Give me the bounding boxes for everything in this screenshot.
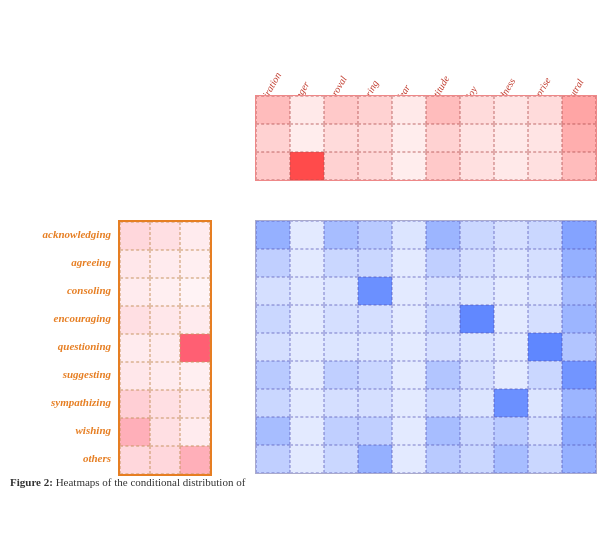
- blue-cell: [392, 221, 426, 249]
- main-container: admirationangerapprovalcaringfeargratitu…: [0, 0, 608, 544]
- da-col: [120, 222, 150, 474]
- blue-cell: [324, 277, 358, 305]
- blue-cell: [426, 333, 460, 361]
- blue-cell: [494, 445, 528, 473]
- blue-cell: [528, 445, 562, 473]
- col-header-joy: joy: [459, 5, 493, 95]
- em-cell: [426, 124, 460, 152]
- blue-cell: [426, 361, 460, 389]
- blue-cell: [392, 417, 426, 445]
- blue-cell: [324, 305, 358, 333]
- row-label-questioning: questioning: [0, 332, 115, 360]
- em-heatmap-row: [256, 96, 596, 124]
- da-cell: [150, 418, 180, 446]
- da-cell: [150, 306, 180, 334]
- em-cell: [494, 124, 528, 152]
- blue-cell: [290, 389, 324, 417]
- blue-cell: [392, 389, 426, 417]
- da-matrix: [118, 220, 212, 476]
- blue-cell: [290, 277, 324, 305]
- blue-cell: [528, 221, 562, 249]
- da-cell: [150, 278, 180, 306]
- blue-cell: [426, 221, 460, 249]
- blue-cell: [256, 417, 290, 445]
- da-cell: [120, 362, 150, 390]
- da-cell: [150, 362, 180, 390]
- row-label-suggesting: suggesting: [0, 360, 115, 388]
- blue-cell: [562, 445, 596, 473]
- row-label-acknowledging: acknowledging: [0, 220, 115, 248]
- blue-cell: [460, 333, 494, 361]
- da-cell: [180, 222, 210, 250]
- em-cell: [358, 152, 392, 180]
- blue-cell: [494, 249, 528, 277]
- blue-cell: [358, 249, 392, 277]
- blue-cell: [324, 333, 358, 361]
- blue-cell: [494, 389, 528, 417]
- blue-cell: [426, 277, 460, 305]
- da-cell: [120, 334, 150, 362]
- blue-cell: [460, 221, 494, 249]
- em-heatmap: [255, 95, 597, 181]
- blue-cell: [358, 417, 392, 445]
- blue-cell: [256, 249, 290, 277]
- blue-cell: [562, 221, 596, 249]
- blue-heatmap: [255, 220, 597, 474]
- blue-cell: [426, 445, 460, 473]
- em-cell: [290, 124, 324, 152]
- em-cell: [392, 124, 426, 152]
- blue-cell: [324, 445, 358, 473]
- em-cell: [528, 96, 562, 124]
- em-heatmap-row: [256, 124, 596, 152]
- em-cell: [256, 152, 290, 180]
- blue-heatmap-row: [256, 361, 596, 389]
- blue-cell: [256, 389, 290, 417]
- blue-cell: [358, 389, 392, 417]
- blue-cell: [290, 333, 324, 361]
- blue-cell: [528, 417, 562, 445]
- row-label-others: others: [0, 444, 115, 472]
- blue-heatmap-row: [256, 221, 596, 249]
- em-cell: [392, 96, 426, 124]
- blue-cell: [290, 417, 324, 445]
- da-cell: [180, 362, 210, 390]
- da-cell: [150, 250, 180, 278]
- da-cell: [180, 390, 210, 418]
- blue-cell: [290, 445, 324, 473]
- em-cell: [528, 124, 562, 152]
- em-cell: [256, 124, 290, 152]
- blue-cell: [290, 221, 324, 249]
- caption: Figure 2: Heatmaps of the conditional di…: [0, 476, 608, 488]
- em-cell: [392, 152, 426, 180]
- col-header-neutral: neutral: [561, 5, 595, 95]
- blue-cell: [256, 333, 290, 361]
- da-col: [150, 222, 180, 474]
- em-cell: [460, 96, 494, 124]
- col-header-sadness: sadness: [493, 5, 527, 95]
- em-cell: [358, 124, 392, 152]
- blue-cell: [290, 249, 324, 277]
- blue-cell: [562, 277, 596, 305]
- blue-cell: [358, 445, 392, 473]
- blue-cell: [460, 445, 494, 473]
- blue-cell: [426, 389, 460, 417]
- blue-cell: [494, 361, 528, 389]
- da-cell: [180, 306, 210, 334]
- da-col: [180, 222, 210, 474]
- em-cell: [460, 152, 494, 180]
- da-cell: [150, 390, 180, 418]
- blue-cell: [358, 333, 392, 361]
- blue-cell: [392, 445, 426, 473]
- blue-heatmap-row: [256, 333, 596, 361]
- col-headers: admirationangerapprovalcaringfeargratitu…: [255, 5, 595, 95]
- da-cell: [120, 418, 150, 446]
- blue-cell: [460, 389, 494, 417]
- blue-cell: [494, 221, 528, 249]
- em-cell: [290, 96, 324, 124]
- col-header-surprise: surprise: [527, 5, 561, 95]
- blue-cell: [324, 361, 358, 389]
- col-header-gratitude: gratitude: [425, 5, 459, 95]
- blue-cell: [358, 361, 392, 389]
- blue-cell: [562, 417, 596, 445]
- blue-cell: [562, 305, 596, 333]
